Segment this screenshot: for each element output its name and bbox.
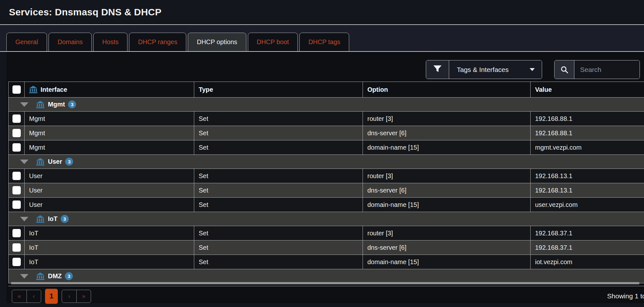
- table-row[interactable]: MgmtSetrouter [3]192.168.88.1: [9, 112, 644, 126]
- row-checkbox[interactable]: [12, 172, 21, 180]
- tab-dhcp-tags[interactable]: DHCP tags: [299, 33, 349, 51]
- pager-row: « ‹ 1 › » Showing 1 to: [8, 288, 644, 304]
- cell-interface: User: [25, 183, 194, 198]
- group-label: IoT: [48, 215, 57, 223]
- column-header-type[interactable]: Type: [194, 82, 363, 98]
- tab-dhcp-boot[interactable]: DHCP boot: [248, 33, 298, 51]
- search-group: [554, 60, 640, 79]
- table-row[interactable]: IoTSetrouter [3]192.168.37.1: [9, 226, 644, 240]
- row-checkbox[interactable]: [12, 143, 21, 152]
- cell-interface: User: [25, 198, 194, 212]
- cell-type: Set: [194, 183, 363, 198]
- search-input[interactable]: [574, 60, 640, 79]
- row-checkbox[interactable]: [12, 129, 21, 137]
- tab-dhcp-ranges[interactable]: DHCP ranges: [129, 33, 186, 51]
- cell-type: Set: [194, 198, 363, 212]
- cell-value: 192.168.13.1: [531, 169, 644, 183]
- column-header-option[interactable]: Option: [363, 82, 531, 98]
- group-label: User: [48, 158, 62, 165]
- row-checkbox[interactable]: [12, 201, 21, 209]
- horizontal-scrollbar[interactable]: [11, 282, 640, 284]
- table-row[interactable]: IoTSetdns-server [6]192.168.37.1: [9, 240, 644, 255]
- cell-type: Set: [194, 140, 363, 155]
- previous-page-button[interactable]: ‹: [27, 290, 41, 303]
- collapse-caret-icon[interactable]: [20, 160, 28, 164]
- table-row[interactable]: MgmtSetdomain-name [15]mgmt.vezpi.com: [9, 140, 644, 155]
- row-checkbox[interactable]: [12, 114, 21, 123]
- toolbar: Tags & Interfaces: [8, 52, 644, 82]
- row-checkbox[interactable]: [12, 243, 21, 252]
- cell-option: domain-name [15]: [363, 198, 531, 212]
- cell-value: 192.168.37.1: [531, 240, 644, 255]
- cell-type: Set: [194, 255, 363, 269]
- filter-button[interactable]: [426, 60, 449, 79]
- cell-option: dns-server [6]: [363, 183, 531, 198]
- chevron-down-icon: [530, 68, 535, 71]
- column-label-interface: Interface: [41, 86, 67, 93]
- cell-option: dns-server [6]: [363, 240, 531, 255]
- group-label: DMZ: [48, 272, 62, 280]
- tab-dhcp-options[interactable]: DHCP options: [188, 33, 246, 51]
- cell-type: Set: [194, 169, 363, 183]
- cell-type: Set: [194, 226, 363, 240]
- cell-value: 192.168.88.1: [531, 126, 644, 140]
- table-row[interactable]: UserSetdomain-name [15]user.vezpi.com: [9, 198, 644, 212]
- cell-interface: IoT: [25, 255, 194, 269]
- table-row[interactable]: UserSetdns-server [6]192.168.13.1: [9, 183, 644, 198]
- cell-option: domain-name [15]: [363, 255, 531, 269]
- showing-status: Showing 1 to: [607, 292, 644, 300]
- tab-domains[interactable]: Domains: [49, 33, 92, 51]
- filter-group: Tags & Interfaces: [426, 60, 542, 79]
- cell-interface: IoT: [25, 226, 194, 240]
- first-page-button[interactable]: «: [12, 290, 27, 303]
- cell-interface: Mgmt: [25, 140, 194, 155]
- select-all-checkbox[interactable]: [12, 85, 21, 94]
- row-checkbox[interactable]: [12, 186, 21, 194]
- column-header-value[interactable]: Value: [531, 82, 644, 98]
- group-row-mgmt[interactable]: Mgmt3: [9, 98, 644, 112]
- table-row[interactable]: MgmtSetdns-server [6]192.168.88.1: [9, 126, 644, 140]
- search-icon: [555, 60, 574, 79]
- group-count-badge: 3: [61, 215, 69, 223]
- current-page-button[interactable]: 1: [45, 289, 58, 304]
- cell-option: domain-name [15]: [363, 140, 531, 155]
- table-container: Interface Type Option Value Mgmt3MgmtSet…: [8, 82, 644, 286]
- pagination: « ‹ 1 › »: [12, 289, 91, 304]
- next-page-button[interactable]: ›: [62, 290, 76, 303]
- last-page-button[interactable]: »: [76, 290, 91, 303]
- row-checkbox[interactable]: [12, 229, 21, 237]
- cell-type: Set: [194, 240, 363, 255]
- collapse-caret-icon[interactable]: [20, 274, 28, 279]
- page-title: Services: Dnsmasq DNS & DHCP: [9, 7, 161, 18]
- interface-icon: [36, 272, 44, 280]
- dhcp-options-table: Interface Type Option Value Mgmt3MgmtSet…: [8, 82, 644, 283]
- column-header-interface[interactable]: Interface: [25, 82, 194, 98]
- pagination-forward-group: › »: [62, 290, 91, 303]
- row-checkbox[interactable]: [12, 258, 21, 266]
- table-row[interactable]: IoTSetdomain-name [15]iot.vezpi.com: [9, 255, 644, 269]
- group-count-badge: 3: [65, 158, 73, 166]
- cell-value: 192.168.13.1: [531, 183, 644, 198]
- filter-dropdown[interactable]: Tags & Interfaces: [449, 60, 542, 79]
- tab-bar: GeneralDomainsHostsDHCP rangesDHCP optio…: [0, 25, 644, 52]
- interface-icon: [36, 158, 44, 166]
- cell-interface: Mgmt: [25, 112, 194, 126]
- tab-general[interactable]: General: [6, 33, 47, 51]
- cell-interface: User: [25, 169, 194, 183]
- group-label: Mgmt: [48, 101, 65, 108]
- collapse-caret-icon[interactable]: [20, 217, 28, 221]
- collapse-caret-icon[interactable]: [20, 102, 28, 107]
- cell-value: 192.168.88.1: [531, 112, 644, 126]
- tab-hosts[interactable]: Hosts: [93, 33, 127, 51]
- group-row-dmz[interactable]: DMZ3: [9, 269, 644, 283]
- group-row-iot[interactable]: IoT3: [9, 212, 644, 226]
- cell-value: user.vezpi.com: [531, 198, 644, 212]
- group-count-badge: 3: [65, 272, 73, 280]
- cell-type: Set: [194, 126, 363, 140]
- cell-value: 192.168.37.1: [531, 226, 644, 240]
- group-row-user[interactable]: User3: [9, 155, 644, 169]
- cell-option: router [3]: [363, 169, 531, 183]
- cell-option: router [3]: [363, 112, 531, 126]
- cell-interface: Mgmt: [25, 126, 194, 140]
- table-row[interactable]: UserSetrouter [3]192.168.13.1: [9, 169, 644, 183]
